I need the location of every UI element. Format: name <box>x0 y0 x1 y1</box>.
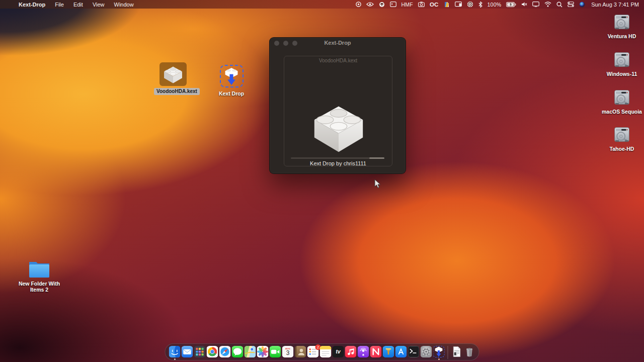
kext-drop-label: Kext Drop <box>212 90 251 97</box>
bluetooth-icon[interactable] <box>478 0 482 9</box>
volume-muted-icon[interactable] <box>521 0 527 9</box>
dock-finder[interactable] <box>169 346 181 360</box>
dock-music[interactable] <box>345 346 357 360</box>
hard-drive-icon <box>613 89 631 106</box>
dropzone-file-label: VoodooHDA.kext <box>284 58 392 63</box>
dock: AUG 3 2 tv <box>165 343 479 360</box>
control-center-icon[interactable] <box>568 0 574 9</box>
dock-tv[interactable]: tv <box>333 346 344 360</box>
menu-bar: Kext-Drop File Edit View Window HMF OC <box>0 0 644 9</box>
record-icon[interactable] <box>356 0 361 9</box>
battery-icon[interactable] <box>506 0 516 9</box>
sidecar-display-icon[interactable] <box>455 0 462 9</box>
window-caption: Kext Drop by chris1111 <box>284 160 392 166</box>
oc-label[interactable]: OC <box>430 0 439 9</box>
siri-orb-icon[interactable] <box>579 0 585 9</box>
hmf-label[interactable]: HMF <box>401 0 413 9</box>
dock-kext-drop[interactable] <box>433 346 445 360</box>
desktop-folder-new-folder[interactable]: New Folder With Items 2 <box>18 258 60 293</box>
dock-divider <box>448 346 448 359</box>
dock-keynote[interactable] <box>383 346 394 360</box>
menu-file[interactable]: File <box>55 2 64 8</box>
app-store-icon <box>395 346 407 357</box>
dock-reminders[interactable]: 2 <box>307 346 319 360</box>
menu-clock[interactable]: Sun Aug 3 7:41 PM <box>590 2 639 8</box>
zoom-button[interactable] <box>292 41 297 46</box>
dock-document[interactable] <box>451 346 463 360</box>
dock-messages[interactable] <box>232 346 244 360</box>
document-icon <box>451 346 463 357</box>
facetime-icon <box>270 346 281 357</box>
window-titlebar[interactable]: Kext-Drop <box>270 38 406 49</box>
keynote-icon <box>383 346 394 357</box>
photos-icon <box>257 346 269 357</box>
colored-app-icon[interactable] <box>444 0 450 9</box>
music-icon <box>345 346 357 357</box>
drive-windows-11[interactable]: Windows-11 <box>601 51 643 77</box>
dock-mail[interactable] <box>182 346 193 360</box>
dock-photos[interactable] <box>257 346 269 360</box>
kext-dropzone[interactable]: VoodooHDA.kext Kext Drop by chris1111 <box>284 56 392 166</box>
kext-drop-window[interactable]: Kext-Drop VoodooHDA.kext Kext Drop by ch… <box>269 37 406 174</box>
drive-label: Windows-11 <box>601 71 643 77</box>
app-circle-icon[interactable] <box>379 0 385 9</box>
dock-chrome[interactable] <box>207 346 218 360</box>
close-button[interactable] <box>274 41 279 46</box>
drive-tahoe-hd[interactable]: Tahoe-HD <box>601 126 643 152</box>
eye-icon[interactable] <box>366 0 374 9</box>
mouse-cursor <box>374 179 381 189</box>
dock-facetime[interactable] <box>270 346 281 360</box>
podcasts-icon <box>358 346 369 357</box>
drive-label: Ventura HD <box>601 33 643 39</box>
minimize-button[interactable] <box>283 41 288 46</box>
menu-edit[interactable]: Edit <box>73 2 83 8</box>
safari-icon <box>219 346 231 357</box>
menu-window[interactable]: Window <box>114 2 134 8</box>
install-progress-bar <box>291 157 384 159</box>
drive-label: Tahoe-HD <box>601 146 643 152</box>
menu-view[interactable]: View <box>93 2 105 8</box>
dock-terminal[interactable] <box>408 346 420 360</box>
news-icon <box>370 346 382 357</box>
messages-icon <box>232 346 244 357</box>
dock-system-settings[interactable] <box>421 346 432 360</box>
brick-arrow-icon <box>434 346 444 357</box>
hard-drive-icon <box>613 51 631 68</box>
mail-icon <box>182 346 193 357</box>
dock-calendar[interactable]: AUG 3 <box>282 346 294 360</box>
menu-app-name[interactable]: Kext-Drop <box>19 2 45 8</box>
calendar-icon: AUG 3 <box>282 346 294 357</box>
notes-icon <box>320 346 332 357</box>
running-indicator <box>174 358 176 360</box>
desktop-file-voodoohda[interactable]: VoodooHDA.kext <box>154 62 192 95</box>
display-icon[interactable] <box>532 0 539 9</box>
folder-label: New Folder With Items 2 <box>18 281 60 293</box>
spotlight-icon[interactable] <box>556 0 562 9</box>
tv-logo: tv <box>336 349 341 354</box>
maps-icon <box>245 346 256 357</box>
dock-maps[interactable] <box>245 346 256 360</box>
drive-label: macOS Sequoia <box>601 109 643 115</box>
voodoohda-label: VoodooHDA.kext <box>154 88 200 95</box>
terminal-icon <box>408 346 420 357</box>
dock-podcasts[interactable] <box>358 346 369 360</box>
running-indicator <box>438 358 440 360</box>
gear-icon <box>421 346 432 357</box>
gear-circle-icon[interactable] <box>467 0 473 9</box>
drive-macos-sequoia[interactable]: macOS Sequoia <box>601 89 643 115</box>
wifi-icon[interactable] <box>544 0 551 9</box>
camera-icon[interactable] <box>418 0 425 9</box>
chrome-icon <box>207 346 218 357</box>
dock-notes[interactable] <box>320 346 332 360</box>
dock-news[interactable] <box>370 346 382 360</box>
lego-brick-icon <box>310 103 367 154</box>
terminal-window-icon[interactable] <box>390 0 396 9</box>
dock-app-store[interactable] <box>395 346 407 360</box>
calendar-day: 3 <box>286 349 290 356</box>
dock-launchpad[interactable] <box>194 346 206 360</box>
dock-safari[interactable] <box>219 346 231 360</box>
drive-ventura-hd[interactable]: Ventura HD <box>601 14 643 39</box>
desktop-app-kext-drop[interactable]: Kext Drop <box>212 65 251 97</box>
dock-contacts[interactable] <box>295 346 306 360</box>
dock-trash[interactable] <box>464 346 475 360</box>
